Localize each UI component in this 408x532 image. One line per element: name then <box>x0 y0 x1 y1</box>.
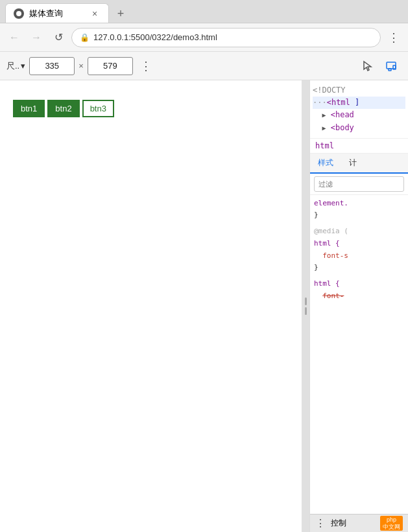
devtools-panel: <!DOCTY ···<html ] ▶ <head ▶ <body html <box>309 80 408 532</box>
url-text: 127.0.0.1:5500/0322/demo3.html <box>93 32 217 42</box>
filter-input[interactable] <box>314 176 404 192</box>
drag-dot <box>305 307 307 315</box>
style-block-html: html { font- <box>314 278 404 302</box>
new-tab-button[interactable]: + <box>112 5 130 23</box>
head-tag-line[interactable]: ▶ <head <box>313 109 405 121</box>
element-label: html <box>310 139 408 154</box>
html-tag-line[interactable]: ···<html ] <box>313 97 405 109</box>
url-bar[interactable]: 🔒 127.0.0.1:5500/0322/demo3.html <box>71 28 381 47</box>
devtools-filter <box>310 174 408 195</box>
tab-title: 媒体查询 <box>29 8 63 19</box>
devtools-bottom-label: 控制 <box>331 518 346 529</box>
drag-dot <box>305 297 307 305</box>
phpcn-badge: php 中文网 <box>380 516 403 531</box>
tab-close-button[interactable]: × <box>89 8 101 19</box>
resize-dropdown-icon[interactable]: ▾ <box>21 61 25 71</box>
drag-dots <box>305 297 307 315</box>
svg-rect-2 <box>389 69 391 71</box>
webpage-area: btn1 btn2 btn3 <box>0 80 302 532</box>
tab-bar: 媒体查询 × + <box>0 0 408 23</box>
resize-label-text: 尺.. <box>6 60 19 72</box>
svg-marker-0 <box>364 62 371 71</box>
body-tag-line[interactable]: ▶ <body <box>313 122 405 134</box>
responsive-tool-button[interactable] <box>381 56 402 76</box>
browser-window: 媒体查询 × + ← → ↺ 🔒 127.0.0.1:5500/0322/dem… <box>0 0 408 532</box>
doctype-line: <!DOCTY <box>313 84 405 97</box>
resize-bar: 尺.. ▾ 335 × 579 ⋮ <box>0 52 408 80</box>
responsive-icon <box>385 60 397 72</box>
cursor-icon <box>362 60 374 72</box>
devtools-tabs: 样式 计 <box>310 154 408 174</box>
resize-height-input[interactable]: 579 <box>88 57 133 75</box>
devtools-bottom-dots[interactable]: ⋮ <box>315 517 327 529</box>
doctype-text: <!DOCTY <box>313 86 346 95</box>
browser-tab[interactable]: 媒体查询 × <box>5 3 109 23</box>
tab-styles[interactable]: 样式 <box>310 154 341 174</box>
resize-width-input[interactable]: 335 <box>29 57 75 75</box>
devtools-styles: element. } @media ( html { font-s } html… <box>310 195 408 514</box>
tab-computed[interactable]: 计 <box>341 154 365 172</box>
forward-button[interactable]: → <box>27 29 45 47</box>
demo-btn-1[interactable]: btn1 <box>13 100 45 117</box>
address-bar: ← → ↺ 🔒 127.0.0.1:5500/0322/demo3.html ⋮ <box>0 23 408 52</box>
style-block-element: element. } <box>314 198 404 222</box>
cursor-tool-button[interactable] <box>357 56 378 76</box>
tab-favicon <box>14 8 24 19</box>
resize-tools <box>357 56 402 76</box>
main-content: btn1 btn2 btn3 <!DOCTY ···<html ] <box>0 80 408 532</box>
drag-handle[interactable] <box>302 80 309 532</box>
resize-x-separator: × <box>78 61 84 71</box>
resize-more-button[interactable]: ⋮ <box>137 57 155 75</box>
resize-label: 尺.. ▾ <box>6 60 25 72</box>
lock-icon: 🔒 <box>80 33 90 42</box>
demo-btn-3[interactable]: btn3 <box>82 100 114 117</box>
devtools-bottom-bar: ⋮ 控制 php 中文网 <box>310 514 408 532</box>
button-container: btn1 btn2 btn3 <box>13 100 289 117</box>
style-block-media: @media ( html { font-s } <box>314 226 404 274</box>
browser-more-button[interactable]: ⋮ <box>385 29 403 47</box>
demo-btn-2[interactable]: btn2 <box>47 100 79 117</box>
refresh-button[interactable]: ↺ <box>49 29 67 47</box>
devtools-html-tree: <!DOCTY ···<html ] ▶ <head ▶ <body <box>310 80 408 139</box>
back-button[interactable]: ← <box>5 29 23 47</box>
